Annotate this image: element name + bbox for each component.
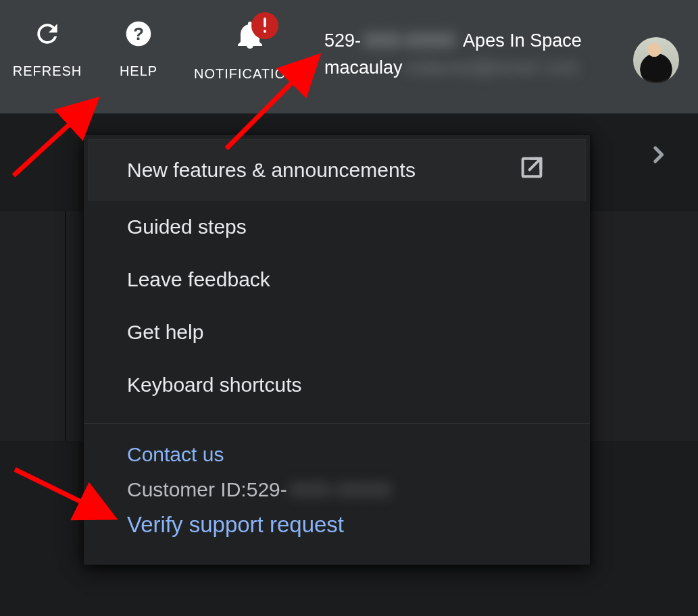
menu-item-new-features[interactable]: New features & announcements <box>88 139 586 201</box>
verify-support-request-link[interactable]: Verify support request <box>127 512 547 538</box>
customer-id-prefix: 529- <box>247 478 287 501</box>
svg-rect-3 <box>264 30 266 33</box>
help-dropdown: New features & announcements Guided step… <box>84 135 590 565</box>
chevron-right-icon[interactable] <box>647 143 670 169</box>
menu-item-keyboard-shortcuts[interactable]: Keyboard shortcuts <box>84 359 590 411</box>
customer-id-redacted: XXX-XXXX <box>290 478 391 501</box>
help-button[interactable]: ? HELP <box>95 0 182 79</box>
refresh-button[interactable]: REFRESH <box>0 0 95 79</box>
notifications-label: NOTIFICATIONS <box>194 66 306 82</box>
avatar[interactable] <box>633 37 679 83</box>
svg-text:?: ? <box>133 24 144 43</box>
svg-rect-2 <box>264 18 266 27</box>
menu-item-label: New features & announcements <box>127 159 416 182</box>
contact-block: Contact us Customer ID: 529- XXX-XXXX Ve… <box>84 424 590 538</box>
refresh-label: REFRESH <box>13 63 82 79</box>
external-link-icon <box>518 154 545 186</box>
menu-item-label: Leave feedback <box>127 268 270 291</box>
contact-us-link[interactable]: Contact us <box>127 443 224 466</box>
account-user-prefix: macaulay <box>324 54 403 81</box>
account-id-prefix: 529- <box>324 27 361 54</box>
help-icon: ? <box>124 19 153 51</box>
help-label: HELP <box>120 63 157 79</box>
customer-id-label: Customer ID: <box>127 478 247 501</box>
menu-item-label: Get help <box>127 321 203 344</box>
account-email-redacted: redacted@email.com <box>403 54 581 81</box>
account-name: Apes In Space <box>463 27 582 54</box>
menu-item-get-help[interactable]: Get help <box>84 306 590 359</box>
notifications-button[interactable]: NOTIFICATIONS <box>182 0 318 82</box>
account-id-redacted: XXX-XXXX <box>361 27 457 54</box>
notification-alert-badge <box>251 12 278 39</box>
refresh-icon <box>32 19 62 51</box>
customer-id-row: Customer ID: 529- XXX-XXXX <box>127 478 547 501</box>
menu-item-label: Keyboard shortcuts <box>127 374 301 396</box>
menu-item-leave-feedback[interactable]: Leave feedback <box>84 253 590 306</box>
menu-item-guided-steps[interactable]: Guided steps <box>84 201 590 253</box>
bell-icon <box>234 19 266 54</box>
topbar: REFRESH ? HELP NOTIFICATIONS 529- XXX-XX… <box>0 0 698 113</box>
svg-line-5 <box>530 159 541 170</box>
menu-item-label: Guided steps <box>127 215 247 238</box>
